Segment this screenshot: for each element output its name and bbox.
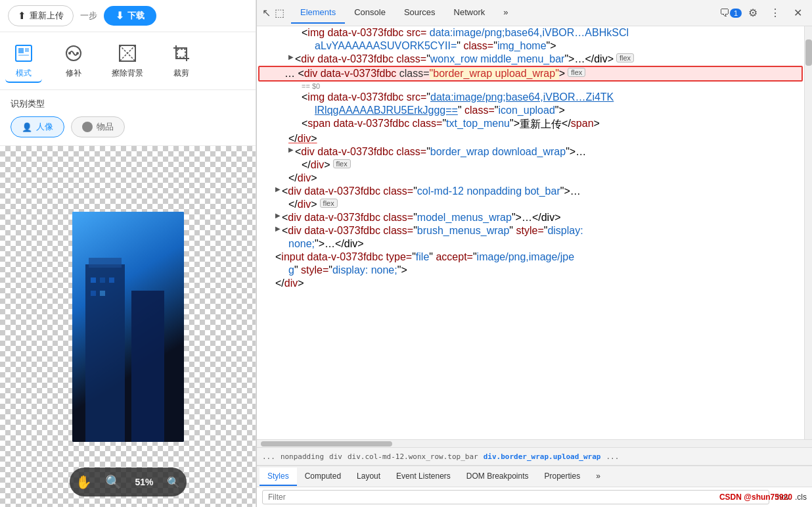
tab-network[interactable]: Network [445,2,495,24]
filter-bar: :hov .cls CSDN @shun75920 [257,487,812,507]
html-line: ▶ <div data-v-0373fdbc class="brush_menu… [257,224,804,237]
flex-badge: flex [616,53,634,62]
left-panel: ⬆ 重新上传 一步 ⬇ 下载 模式 修补 擦除背景 [0,0,256,507]
crop-label: 裁剪 [173,68,189,79]
bottom-tabs: Styles Computed Layout Event Listeners D… [257,466,812,487]
html-line: <img data-v-0373fdbc src= data:image/png… [257,26,804,39]
download-label: 下载 [127,10,145,22]
svg-rect-19 [100,291,105,296]
svg-rect-15 [91,278,96,283]
tab-properties[interactable]: Properties [537,468,589,486]
flex-badge-highlighted: flex [568,68,585,77]
svg-rect-14 [89,258,122,268]
html-content[interactable]: <img data-v-0373fdbc src= data:image/png… [257,26,804,439]
svg-point-6 [76,52,79,55]
upload-button[interactable]: ⬆ 重新上传 [8,5,74,26]
html-line: g" style="display: none;"> [257,264,804,277]
devtools-icons: 🗨 1 ⚙ ⋮ ✕ [721,4,807,22]
mode-icon-repair [62,41,85,65]
html-line: <span data-v-0373fdbc class="txt_top_men… [257,117,804,132]
html-line-highlighted[interactable]: … <div data-v-0373fdbc class="border_wra… [258,66,803,82]
erase-label: 擦除背景 [112,68,143,79]
svg-rect-2 [25,48,29,52]
top-toolbar: ⬆ 重新上传 一步 ⬇ 下载 [0,0,256,32]
portrait-icon: 👤 [22,122,32,132]
error-badge: 1 [730,9,742,18]
console-badge-btn[interactable]: 🗨 1 [721,4,740,22]
tab-more[interactable]: » [494,2,517,24]
more-options-button[interactable]: ⋮ [766,4,784,22]
html-line: </div> [257,132,804,145]
breadcrumb-item[interactable]: div [329,452,342,461]
tab-layout[interactable]: Layout [349,468,388,486]
object-icon [82,122,93,132]
zoom-in-button[interactable]: 🔍 [105,474,122,490]
html-line: ▶ <div data-v-0373fdbc class="wonx_row m… [257,53,804,66]
hand-tool-button[interactable]: ✋ [76,474,92,490]
tab-more-bottom[interactable]: » [588,468,608,486]
horiz-thumb[interactable] [261,441,392,447]
tab-event-listeners[interactable]: Event Listeners [388,468,459,486]
html-line: ▶ <div data-v-0373fdbc class="border_wra… [257,145,804,158]
box-icon[interactable]: ⬚ [275,7,284,19]
svg-rect-18 [91,291,96,296]
download-icon: ⬇ [116,10,124,22]
tab-elements[interactable]: Elements [291,2,345,24]
html-line: </div> flex [257,158,804,172]
flex-badge: flex [320,199,338,208]
recog-btn-portrait[interactable]: 👤 人像 [11,116,64,137]
mode-icon-crop [169,41,193,65]
breadcrumb-item[interactable]: div.col-md-12.wonx_row.top_bar [348,452,478,461]
close-devtools-button[interactable]: ✕ [788,4,807,22]
mode-item-repair[interactable]: 修补 [55,39,92,83]
html-line: <input data-v-0373fdbc type="file" accep… [257,251,804,264]
breadcrumb-bar: ... nonpadding div div.col-md-12.wonx_ro… [257,447,812,466]
image-area: ✋ 🔍 51% 🔍 [0,146,256,507]
zoom-level: 51% [135,477,153,487]
html-line: <img data-v-0373fdbc src="data:image/png… [257,91,804,104]
ellipsis-icon: ⋮ [770,7,780,19]
svg-rect-1 [18,48,24,53]
recognition-title: 识别类型 [11,98,245,110]
close-icon: ✕ [794,7,802,19]
recognition-options: 👤 人像 物品 [11,116,245,137]
repair-label: 修补 [66,68,81,79]
image-preview [72,212,184,442]
zoom-out-button[interactable]: 🔍 [167,476,180,489]
mode-bar: 模式 修补 擦除背景 裁剪 [0,32,256,90]
svg-rect-10 [177,49,185,57]
download-button[interactable]: ⬇ 下载 [104,6,156,26]
cursor-icon[interactable]: ↖ [262,7,271,19]
console-icon: 🗨 [719,7,730,19]
html-line: none;">…</div> [257,237,804,251]
mode-item-crop[interactable]: 裁剪 [163,39,200,83]
csdn-watermark: CSDN @shun75920 [719,493,792,502]
filter-cls[interactable]: .cls [795,493,807,502]
object-label: 物品 [97,121,114,133]
scrollbar-thumb[interactable] [805,39,812,66]
html-content-wrapper: <img data-v-0373fdbc src= data:image/png… [257,26,812,439]
gear-icon: ⚙ [748,7,757,19]
tab-sources[interactable]: Sources [395,2,445,24]
filter-input[interactable] [262,490,769,504]
tab-computed[interactable]: Computed [297,468,349,486]
breadcrumb-item[interactable]: ... [262,452,275,461]
mode-item-mode[interactable]: 模式 [5,39,42,83]
vertical-scrollbar[interactable] [804,26,812,439]
breadcrumb-item[interactable]: nonpadding [281,452,324,461]
html-line: == $0 [257,82,804,91]
html-line: aLvYAAAAAASUVORK5CYII=" class="img_home"… [257,39,804,53]
tab-console[interactable]: Console [345,2,395,24]
settings-button[interactable]: ⚙ [744,4,762,22]
breadcrumb-item[interactable]: ... [606,452,619,461]
tab-dom-breakpoints[interactable]: DOM Breakpoints [459,468,537,486]
mode-item-erase[interactable]: 擦除背景 [105,39,150,83]
mode-icon-mode [12,41,35,65]
recog-btn-object[interactable]: 物品 [71,116,125,137]
step-text: 一步 [80,10,97,22]
devtools-panel: ↖ ⬚ Elements Console Sources Network » 🗨… [256,0,812,507]
portrait-label: 人像 [36,121,53,133]
horizontal-scrollbar[interactable] [257,439,812,447]
breadcrumb-item[interactable]: div.border_wrap.upload_wrap [484,452,601,461]
tab-styles[interactable]: Styles [259,468,297,486]
